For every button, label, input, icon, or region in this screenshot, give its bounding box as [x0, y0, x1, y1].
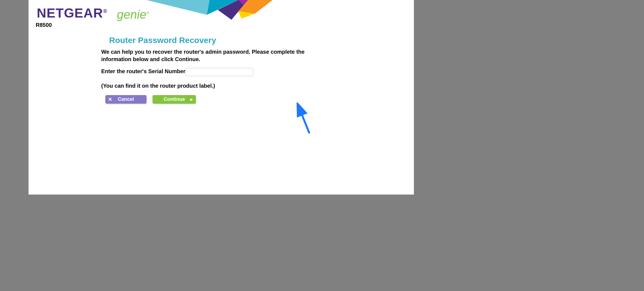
cancel-button-label: Cancel [118, 96, 134, 102]
brand-name: NETGEAR [37, 6, 103, 20]
brand-logo-netgear: NETGEAR® [37, 5, 107, 21]
page-title: Router Password Recovery [109, 36, 343, 45]
serial-number-row: Enter the router's Serial Number [101, 68, 343, 76]
header: NETGEAR® genie® R8500 [29, 0, 414, 27]
brand-logo-genie: genie® [117, 8, 149, 21]
continue-button[interactable]: Continue ▶ [152, 95, 196, 104]
decorative-geometric-icon [146, 0, 273, 21]
annotation-arrow-icon [296, 102, 312, 134]
serial-number-input[interactable] [186, 68, 253, 76]
subbrand-name: genie [117, 8, 146, 21]
page-description: We can help you to recover the router's … [101, 48, 334, 63]
cancel-button[interactable]: ✕ Cancel [105, 95, 146, 104]
content-area: Router Password Recovery We can help you… [101, 36, 343, 104]
model-number: R8500 [36, 22, 52, 28]
arrow-right-icon: ▶ [190, 98, 193, 101]
button-row: ✕ Cancel Continue ▶ [105, 95, 343, 104]
registered-symbol: ® [103, 8, 108, 14]
serial-hint: (You can find it on the router product l… [101, 83, 343, 89]
page-container: NETGEAR® genie® R8500 Router Password Re… [29, 0, 414, 195]
continue-button-label: Continue [163, 96, 185, 102]
serial-number-label: Enter the router's Serial Number [101, 68, 185, 75]
close-icon: ✕ [108, 96, 112, 102]
svg-marker-0 [146, 0, 210, 15]
svg-line-7 [299, 107, 309, 133]
